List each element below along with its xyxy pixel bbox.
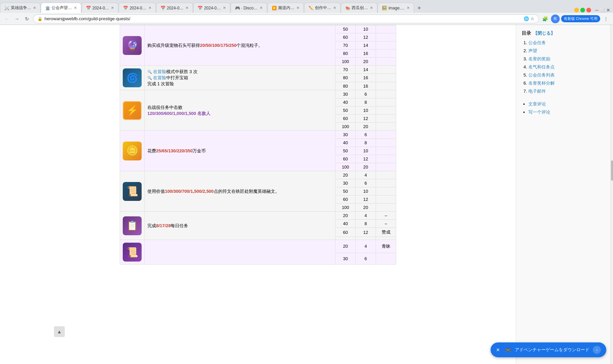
- toc-link-1[interactable]: 声望: [528, 48, 537, 53]
- quest-pts-3-0: 30: [335, 131, 356, 139]
- extensions-button[interactable]: 🧩: [541, 14, 550, 23]
- toc-bullet-link-1[interactable]: 写一个评论: [528, 110, 550, 115]
- quest-desc-1: 🔍 在冒险模式中获胜 3 次🔍 在冒险中打开宝箱完成 1 次冒险: [145, 66, 335, 90]
- toc-link-3[interactable]: 名气和任务点: [528, 64, 555, 69]
- toc-bullet-link-0[interactable]: 文章评论: [528, 101, 546, 107]
- minimize-win-button[interactable]: ─: [595, 7, 599, 13]
- quest-pts-1-0: 70: [335, 66, 356, 74]
- quest-pts-4-3: 60: [335, 195, 356, 204]
- quest-rep-4-2: 10: [356, 187, 376, 195]
- download-banner[interactable]: ✕ 🎮 アドベンチャーゲームをダウンロード ›: [491, 342, 606, 357]
- tab-10[interactable]: 🖼️image.…✕: [378, 3, 414, 13]
- toc-link-4[interactable]: 公会任务列表: [528, 72, 555, 78]
- quest-rep-6-1: 6: [356, 253, 376, 264]
- quest-icon-3: 🪙: [120, 131, 145, 171]
- quest-pts-2-4: 100: [335, 123, 356, 131]
- quest-extra-5-1: –: [376, 220, 396, 228]
- tab-6[interactable]: 🎮· Disco…✕: [231, 3, 267, 13]
- maximize-button[interactable]: [580, 8, 585, 12]
- tab-favicon-3: 📅: [123, 6, 128, 10]
- quest-table: 🔮购买或升级宠物石头可获得20/50/100/175/250个混沌粒子。5010…: [120, 25, 396, 265]
- quest-rep-5-0: 4: [356, 212, 376, 220]
- quest-pts-4-0: 20: [335, 171, 356, 179]
- menu-button[interactable]: ⋮: [602, 14, 610, 23]
- scrollbar[interactable]: [610, 25, 613, 364]
- quest-rep-4-3: 12: [356, 195, 376, 204]
- new-tab-button[interactable]: +: [414, 3, 424, 13]
- tab-label-7: 频道内…: [278, 5, 294, 11]
- forward-button[interactable]: →: [13, 15, 21, 23]
- tab-close-2[interactable]: ✕: [111, 6, 114, 10]
- tab-favicon-8: ✏️: [309, 6, 313, 10]
- tab-close-9[interactable]: ✕: [370, 6, 373, 10]
- tab-close-10[interactable]: ✕: [407, 6, 410, 10]
- article-area: 🔮购买或升级宠物石头可获得20/50/100/175/250个混沌粒子。5010…: [0, 25, 516, 364]
- quest-pts-1-1: 80: [335, 74, 356, 82]
- toc-link-0[interactable]: 公会任务: [528, 40, 546, 45]
- quest-highlight-0: 20/50/100/175/250: [200, 43, 236, 48]
- scroll-thumb: [611, 160, 613, 181]
- refresh-button[interactable]: ↻: [23, 15, 31, 23]
- close-win-button[interactable]: ✕: [606, 7, 610, 13]
- tab-9[interactable]: 🍉西瓜创…✕: [341, 3, 377, 13]
- quest-pts-4-2: 50: [335, 187, 356, 195]
- tab-0[interactable]: ⚔️英雄战争…✕: [0, 3, 40, 13]
- quest-pts-2-2: 50: [335, 107, 356, 115]
- quest-pts-2-0: 30: [335, 90, 356, 98]
- tab-close-7[interactable]: ✕: [296, 6, 299, 10]
- quest-icon-img-5: 📋: [123, 216, 142, 235]
- banner-close-button[interactable]: ✕: [496, 347, 500, 353]
- quest-extra-2-1: [376, 98, 396, 107]
- tab-close-4[interactable]: ✕: [185, 6, 188, 10]
- tab-4[interactable]: 📅2024-0…✕: [156, 3, 193, 13]
- tab-favicon-1: 🏛️: [45, 6, 50, 10]
- quest-pts-3-1: 40: [335, 139, 356, 147]
- update-chrome-button[interactable]: 有新版 Chrome 可用: [561, 15, 600, 22]
- bookmark-icon[interactable]: ☆: [530, 16, 534, 21]
- quest-extra-3-2: [376, 147, 396, 155]
- tab-close-8[interactable]: ✕: [333, 6, 336, 10]
- quest-row-2-0: ⚡在战役任务中击败120/300/600/1,000/1,500 名敌人306: [120, 90, 396, 98]
- back-button[interactable]: ←: [3, 15, 11, 23]
- quest-pts-5-3: [335, 237, 356, 240]
- tab-close-1[interactable]: ✕: [74, 6, 77, 10]
- toc-close-button[interactable]: 【閉じる】: [533, 30, 555, 36]
- quest-extra-0-3: [376, 50, 396, 58]
- close-button[interactable]: [586, 8, 591, 12]
- tab-label-1: 公会声望…: [52, 5, 72, 11]
- profile-button[interactable]: 有: [551, 14, 560, 23]
- quest-rep-6-0: 4: [356, 240, 376, 253]
- tab-2[interactable]: 📅2024-0…✕: [82, 3, 118, 13]
- banner-arrow-button[interactable]: ›: [593, 346, 601, 354]
- tab-close-5[interactable]: ✕: [223, 6, 226, 10]
- quest-desc2-2: 120/300/600/1,000/1,500 名敌人: [147, 111, 210, 116]
- restore-win-button[interactable]: ⬜: [600, 8, 605, 12]
- quest-pts-0-2: 70: [335, 41, 356, 50]
- toc-link-2[interactable]: 名誉的奖励: [528, 56, 550, 61]
- toc-link-6[interactable]: 电子邮件: [528, 89, 546, 94]
- tab-3[interactable]: 📅2024-0…✕: [119, 3, 155, 13]
- scroll-to-top-button[interactable]: ▲: [54, 326, 65, 337]
- tab-8[interactable]: ✏️创作中…✕: [304, 3, 341, 13]
- tab-1[interactable]: 🏛️公会声望…✕: [41, 3, 81, 13]
- quest-extra-1-2: [376, 82, 396, 90]
- tab-5[interactable]: 📅2024-0…✕: [193, 3, 230, 13]
- quest-extra-2-2: [376, 107, 396, 115]
- quest-link-1[interactable]: 在冒险: [153, 75, 166, 80]
- translate-icon[interactable]: 🌐: [524, 16, 529, 21]
- quest-extra-3-0: [376, 131, 396, 139]
- toc-list: 公会任务声望名誉的奖励名气和任务点公会任务列表名誉奖杯分解电子邮件: [522, 40, 605, 94]
- minimize-button[interactable]: [574, 8, 579, 12]
- tab-close-6[interactable]: ✕: [260, 6, 263, 10]
- tab-favicon-5: 📅: [198, 6, 202, 10]
- tab-close-0[interactable]: ✕: [33, 6, 36, 10]
- tab-close-3[interactable]: ✕: [148, 6, 151, 10]
- quest-pts-1-2: 80: [335, 82, 356, 90]
- quest-desc-line-1: 🔍 在冒险模式中获胜 3 次: [147, 69, 332, 75]
- toc-link-5[interactable]: 名誉奖杯分解: [528, 81, 555, 86]
- address-bar[interactable]: 🔒 herowarsjpwebfb.com/guild-prestige-que…: [33, 14, 539, 23]
- quest-link-1[interactable]: 在冒险: [153, 69, 166, 74]
- tab-7[interactable]: ▶️频道内…✕: [267, 3, 304, 13]
- quest-icon-4: 📜: [120, 171, 145, 212]
- quest-extra-3-1: [376, 139, 396, 147]
